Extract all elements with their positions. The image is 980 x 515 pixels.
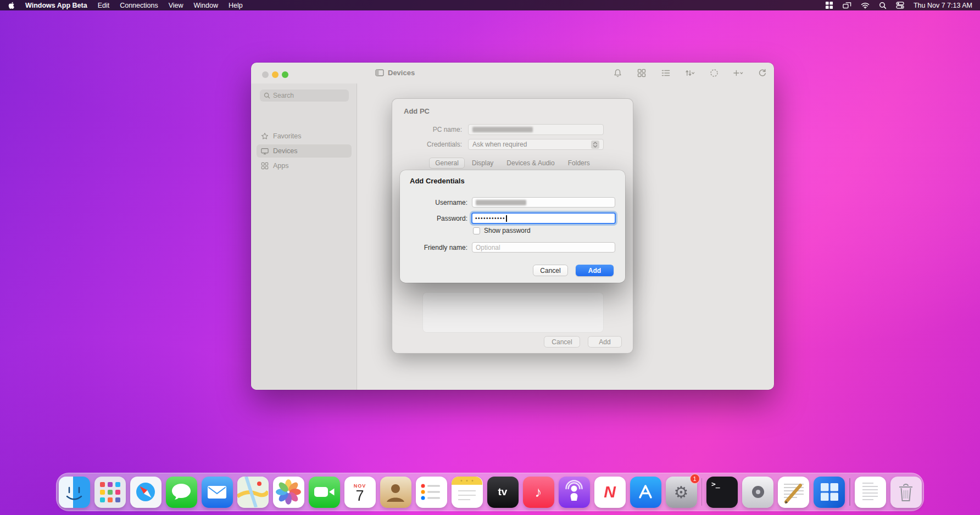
- dock-separator: [849, 478, 850, 506]
- dock-messages-icon[interactable]: [166, 477, 197, 508]
- sidebar-label-favorites: Favorites: [273, 132, 301, 140]
- popup-stepper-icon: [591, 141, 599, 149]
- display-status-icon[interactable]: [843, 2, 851, 9]
- dock-news-icon[interactable]: N: [594, 477, 626, 508]
- grid-view-icon[interactable]: [637, 68, 647, 77]
- pc-name-field[interactable]: [468, 124, 604, 135]
- dock-document-icon[interactable]: [855, 477, 886, 508]
- search-icon: [264, 92, 270, 99]
- wifi-status-icon[interactable]: [861, 2, 870, 9]
- monitor-icon: [261, 148, 269, 155]
- dock: NOV 7 tv ♪ N ⚙ 1 >: [56, 473, 924, 511]
- apple-tv-label: tv: [498, 486, 508, 498]
- list-view-icon[interactable]: [661, 68, 671, 77]
- sidebar-item-apps[interactable]: Apps: [257, 159, 352, 172]
- dock-calendar-icon[interactable]: NOV 7: [344, 477, 376, 508]
- sidebar-item-devices[interactable]: Devices: [257, 144, 352, 158]
- refresh-icon[interactable]: [758, 68, 767, 77]
- dock-photos-icon[interactable]: [273, 477, 304, 508]
- sort-menu-icon[interactable]: [685, 68, 695, 77]
- dock-notes-icon[interactable]: [452, 477, 483, 508]
- pc-name-redacted-value: [472, 127, 533, 132]
- notification-badge: 1: [690, 474, 700, 484]
- sidebar-label-devices: Devices: [273, 147, 297, 155]
- dock-reminders-icon[interactable]: [416, 477, 447, 508]
- password-field[interactable]: •••••••••••: [471, 212, 616, 224]
- username-field[interactable]: [472, 197, 615, 208]
- menu-view[interactable]: View: [169, 2, 183, 9]
- dock-launchpad-icon[interactable]: [94, 477, 126, 508]
- tab-devices-audio[interactable]: Devices & Audio: [500, 158, 560, 169]
- dock-windows-app-icon[interactable]: [814, 477, 845, 508]
- search-input[interactable]: [273, 92, 333, 99]
- dock-textedit-icon[interactable]: [778, 477, 809, 508]
- text-caret: [506, 215, 507, 222]
- dock-system-settings-icon[interactable]: ⚙ 1: [666, 477, 697, 508]
- app-grid-status-icon[interactable]: [825, 1, 833, 9]
- zoom-button[interactable]: [282, 71, 288, 78]
- tab-general[interactable]: General: [429, 158, 465, 169]
- credentials-popup[interactable]: Ask when required: [468, 139, 604, 150]
- dock-trash-icon[interactable]: [890, 477, 922, 508]
- add-credentials-dialog: Add Credentials Username: Password: ••••…: [400, 170, 625, 283]
- dialog-add-button[interactable]: Add: [576, 265, 614, 276]
- menu-edit[interactable]: Edit: [98, 2, 110, 9]
- sheet-title: Add PC: [404, 107, 430, 115]
- status-circle-icon[interactable]: [709, 68, 719, 77]
- sidebar-label-apps: Apps: [273, 162, 289, 170]
- apple-menu[interactable]: [8, 1, 15, 9]
- star-icon: [261, 132, 269, 140]
- dock-podcasts-icon[interactable]: [559, 477, 590, 508]
- show-password-checkbox[interactable]: [473, 227, 480, 234]
- menu-bar-left: Windows App Beta Edit Connections View W…: [8, 0, 253, 10]
- minimize-button[interactable]: [272, 71, 279, 78]
- apps-grid-icon: [261, 162, 269, 170]
- dock-facetime-icon[interactable]: [309, 477, 340, 508]
- dock-app-store-icon[interactable]: [630, 477, 661, 508]
- tab-folders[interactable]: Folders: [562, 158, 596, 169]
- friendly-name-label: Friendly name:: [400, 244, 467, 251]
- menu-help[interactable]: Help: [229, 2, 243, 9]
- sheet-cancel-button[interactable]: Cancel: [544, 336, 580, 348]
- credentials-value: Ask when required: [472, 141, 527, 148]
- dock-terminal-icon[interactable]: >_: [706, 477, 738, 508]
- friendly-name-input[interactable]: [476, 244, 611, 251]
- dock-utility-app-icon[interactable]: [742, 477, 773, 508]
- sidebar: Favorites Devices Apps: [251, 83, 357, 390]
- add-menu-icon[interactable]: [733, 68, 743, 77]
- dialog-cancel-button[interactable]: Cancel: [533, 265, 568, 276]
- spotlight-icon[interactable]: [879, 2, 887, 9]
- sheet-add-button[interactable]: Add: [588, 336, 622, 348]
- menu-bar: Windows App Beta Edit Connections View W…: [0, 0, 980, 10]
- search-field[interactable]: [260, 89, 349, 102]
- notifications-icon[interactable]: [612, 68, 622, 77]
- username-redacted-value: [476, 200, 526, 205]
- window-title-group: Devices: [375, 69, 415, 77]
- friendly-name-field[interactable]: [472, 242, 615, 253]
- dock-music-icon[interactable]: ♪: [523, 477, 554, 508]
- show-password-label: Show password: [484, 227, 531, 234]
- devices-title-icon: [375, 69, 384, 76]
- pc-name-label: PC name:: [392, 126, 462, 133]
- app-menu-title[interactable]: Windows App Beta: [25, 2, 87, 9]
- dock-maps-icon[interactable]: [237, 477, 269, 508]
- sidebar-item-favorites[interactable]: Favorites: [257, 130, 352, 143]
- dock-contacts-icon[interactable]: [380, 477, 411, 508]
- dock-mail-icon[interactable]: [202, 477, 233, 508]
- password-label: Password:: [400, 215, 467, 222]
- control-center-icon[interactable]: [896, 1, 904, 9]
- dialog-title: Add Credentials: [410, 177, 465, 185]
- dock-safari-icon[interactable]: [130, 477, 162, 508]
- dock-apple-tv-icon[interactable]: tv: [487, 477, 519, 508]
- terminal-prompt-glyph: >_: [711, 480, 720, 488]
- menu-bar-clock[interactable]: Thu Nov 7 7:13 AM: [914, 2, 972, 9]
- sheet-content-panel: [422, 292, 604, 333]
- menu-connections[interactable]: Connections: [120, 2, 158, 9]
- dock-separator: [701, 478, 703, 506]
- menu-bar-status: Thu Nov 7 7:13 AM: [816, 0, 972, 10]
- menu-window[interactable]: Window: [194, 2, 218, 9]
- tab-display[interactable]: Display: [466, 158, 499, 169]
- dock-finder-icon[interactable]: [59, 477, 90, 508]
- password-masked-value: •••••••••••: [475, 215, 505, 221]
- close-button[interactable]: [262, 71, 269, 78]
